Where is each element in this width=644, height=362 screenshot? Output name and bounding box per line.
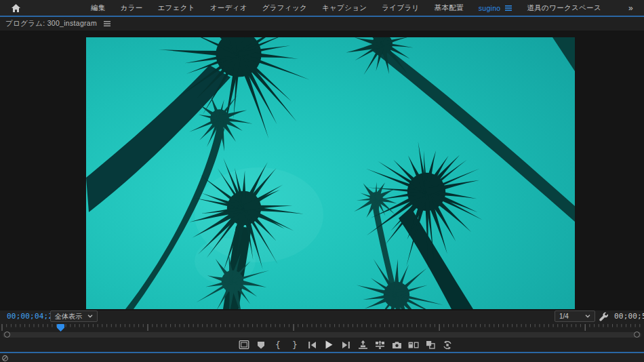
chevron-down-icon xyxy=(585,315,590,318)
program-monitor-viewer xyxy=(0,31,644,310)
workspace-tab-tools-workspace[interactable]: 道具のワークスペース xyxy=(527,3,601,13)
step-forward-icon xyxy=(342,341,350,349)
workspace-tab-libraries[interactable]: ライブラリ xyxy=(382,3,419,13)
monitor-time-ruler[interactable] xyxy=(0,323,644,331)
playhead[interactable] xyxy=(56,323,65,332)
monitor-zoom-scrollbar[interactable] xyxy=(3,332,641,338)
premiere-pro-window: { "menubar": { "items": ["編集", "カラー", "エ… xyxy=(0,0,644,362)
panel-menu-button[interactable] xyxy=(104,21,110,26)
video-frame-palm-trees[interactable] xyxy=(86,37,575,309)
comparison-view-icon xyxy=(408,341,419,349)
multicam-view-button[interactable] xyxy=(440,338,455,351)
end-timecode: 00;00;56; xyxy=(614,312,644,321)
playback-resolution-select[interactable]: 1/4 xyxy=(555,310,595,322)
extract-button[interactable] xyxy=(372,338,387,351)
add-marker-button[interactable] xyxy=(254,338,268,351)
monitor-controls: 00;00;04;29 全体表示 1/4 00;00;56; xyxy=(0,310,644,322)
workspace-tab-basic-layout[interactable]: 基本配置 xyxy=(435,3,464,13)
step-back-icon xyxy=(308,341,317,349)
step-forward-button[interactable] xyxy=(338,338,353,351)
workspace-tab-graphics[interactable]: グラフィック xyxy=(262,3,307,13)
workspace-menu-icon[interactable] xyxy=(505,5,512,11)
add-marker-icon xyxy=(257,341,265,349)
dropped-frame-indicator-icon xyxy=(1,355,9,362)
toggle-proxies-button[interactable] xyxy=(423,338,438,351)
safe-margins-button[interactable] xyxy=(237,338,251,351)
comparison-view-button[interactable] xyxy=(406,338,421,351)
chevron-down-icon xyxy=(87,315,93,318)
playback-resolution-value: 1/4 xyxy=(559,313,569,320)
mark-in-button[interactable]: { xyxy=(270,338,285,351)
workspace-tab-color[interactable]: カラー xyxy=(121,3,143,13)
mark-in-icon: { xyxy=(275,340,281,349)
panel-menu-icon xyxy=(104,21,110,26)
toggle-proxies-icon xyxy=(426,340,435,349)
workspace-tab-active-sugino[interactable]: sugino xyxy=(479,4,501,12)
wrench-icon xyxy=(599,312,609,321)
workspace-tab-audio[interactable]: オーディオ xyxy=(210,3,247,13)
scrollbar-left-handle[interactable] xyxy=(4,331,10,338)
safe-margins-icon xyxy=(239,340,249,349)
mark-out-button[interactable]: } xyxy=(287,338,302,351)
workspace-tab-effects[interactable]: エフェクト xyxy=(158,3,195,13)
play-icon xyxy=(325,340,333,349)
zoom-level-value: 全体表示 xyxy=(55,312,82,321)
workspace-overflow-button[interactable]: » xyxy=(628,3,634,13)
home-button[interactable] xyxy=(9,3,22,13)
lift-button[interactable] xyxy=(355,338,370,351)
step-back-button[interactable] xyxy=(304,338,319,351)
lift-icon xyxy=(358,340,368,349)
app-menubar: 編集 カラー エフェクト オーディオ グラフィック キャプション ライブラリ 基… xyxy=(0,0,644,16)
program-monitor-tab[interactable]: プログラム: 300_instagram xyxy=(0,17,644,31)
export-frame-icon xyxy=(392,341,402,349)
transport-controls: { } xyxy=(237,338,455,351)
play-button[interactable] xyxy=(321,338,336,351)
multicam-view-icon xyxy=(443,340,452,350)
lower-panel-edge xyxy=(0,353,644,362)
ruler-ticks xyxy=(0,323,644,332)
scrollbar-right-handle[interactable] xyxy=(634,331,640,338)
home-icon xyxy=(11,3,21,13)
export-frame-button[interactable] xyxy=(389,338,404,351)
workspace-tab-captions[interactable]: キャプション xyxy=(322,3,367,13)
panel-title: プログラム: 300_instagram xyxy=(5,19,97,28)
extract-icon xyxy=(375,340,385,349)
mark-out-icon: } xyxy=(292,340,298,349)
monitor-settings-button[interactable] xyxy=(599,311,609,321)
zoom-level-select[interactable]: 全体表示 xyxy=(50,310,98,322)
workspace-tab-edit[interactable]: 編集 xyxy=(91,3,106,13)
